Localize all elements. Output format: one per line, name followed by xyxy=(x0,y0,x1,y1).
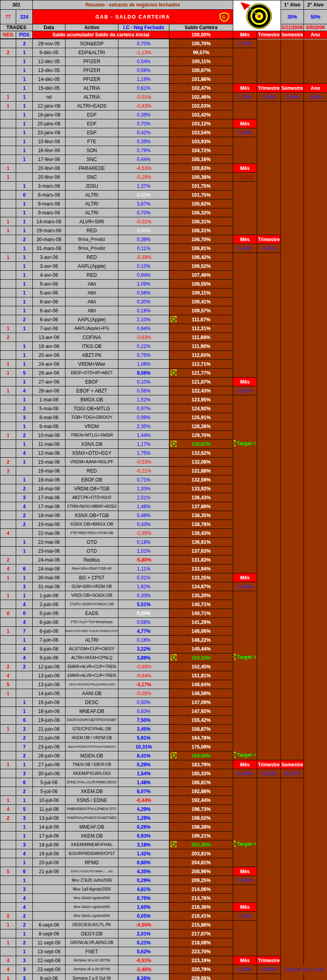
period-area-cell[interactable] xyxy=(281,609,304,618)
pos-count-cell[interactable]: 1 xyxy=(16,351,33,360)
neg-count-cell[interactable] xyxy=(0,440,16,449)
pos-count-cell[interactable]: 3 xyxy=(16,725,33,734)
pos-count-cell[interactable]: 1 xyxy=(16,760,33,769)
date-cell[interactable]: 5-avr-06 xyxy=(33,280,65,288)
neg-count-cell[interactable] xyxy=(0,199,16,208)
period-area-cell[interactable] xyxy=(304,413,327,422)
period-area-cell[interactable] xyxy=(257,876,281,885)
period-area-cell[interactable] xyxy=(304,75,327,84)
period-area-cell[interactable] xyxy=(304,591,327,600)
period-area-cell[interactable] xyxy=(281,885,304,894)
period-area-cell[interactable] xyxy=(281,369,304,378)
period-area-cell[interactable] xyxy=(233,938,257,947)
saldo-value-cell[interactable]: 223,19% xyxy=(169,956,233,965)
period-area-cell[interactable] xyxy=(304,805,327,814)
date-cell[interactable]: 31-mars-06 xyxy=(33,244,65,253)
ic-value-cell[interactable]: 1,17% xyxy=(118,440,169,449)
neg-count-cell[interactable] xyxy=(0,288,16,297)
date-cell[interactable]: 14-déc-05 xyxy=(33,75,65,84)
saldo-value-cell[interactable]: 140,71% xyxy=(169,600,233,609)
period-area-cell[interactable] xyxy=(304,814,327,823)
date-cell[interactable]: 12-mai-06 xyxy=(33,449,65,458)
period-value-cell[interactable]: 78,52% xyxy=(257,769,281,778)
neg-count-cell[interactable]: 1 xyxy=(0,627,16,636)
saldo-value-cell[interactable]: 105,62% xyxy=(169,199,233,208)
ic-value-cell[interactable]: 5,51% xyxy=(118,600,169,609)
column-header-data[interactable]: Data xyxy=(33,24,65,31)
ic-value-cell[interactable]: 1,60% xyxy=(118,903,169,912)
period-area-cell[interactable] xyxy=(257,137,281,146)
period-area-cell[interactable] xyxy=(233,182,257,191)
activo-cell[interactable]: GTE/CPST/FHAL.OB xyxy=(65,725,118,734)
ic-value-cell[interactable]: 6,07% xyxy=(118,787,169,796)
period-area-cell[interactable] xyxy=(281,288,304,297)
period-area-cell[interactable] xyxy=(281,333,304,342)
ic-value-cell[interactable]: -2,35% xyxy=(118,529,169,538)
period-area-cell[interactable] xyxy=(233,271,257,280)
period-area-cell[interactable] xyxy=(304,502,327,511)
period-area-cell[interactable] xyxy=(257,208,281,217)
period-value-cell[interactable]: 6,43% xyxy=(233,244,257,253)
period-area-cell[interactable] xyxy=(281,395,304,404)
period-value-cell[interactable]: 1,08% xyxy=(233,128,257,137)
period-area-cell[interactable] xyxy=(281,324,304,333)
activo-cell[interactable]: Brisa_Privatiz xyxy=(65,244,118,253)
pos-count-cell[interactable]: 1 xyxy=(16,573,33,582)
period-area-cell[interactable] xyxy=(304,342,327,351)
ic-value-cell[interactable]: 0,56% xyxy=(118,386,169,395)
period-area-cell[interactable] xyxy=(257,226,281,235)
period-area-cell[interactable] xyxy=(304,734,327,742)
period-area-cell[interactable] xyxy=(281,39,304,48)
date-cell[interactable]: 20-avr-06 xyxy=(33,351,65,360)
pos-count-cell[interactable]: 7 xyxy=(16,742,33,751)
period-area-cell[interactable] xyxy=(281,529,304,538)
ic-value-cell[interactable]: 0,00% xyxy=(118,609,169,618)
ic-value-cell[interactable]: 4,29% xyxy=(118,805,169,814)
column-header-trades[interactable]: TRADES xyxy=(0,24,33,31)
column-header-neg[interactable]: NEG xyxy=(0,31,16,39)
ic-value-cell[interactable]: 0,33% xyxy=(118,591,169,600)
period-area-cell[interactable] xyxy=(233,199,257,208)
period-area-cell[interactable] xyxy=(304,422,327,431)
period-area-cell[interactable]: Target = 77% xyxy=(233,751,257,760)
pos-count-cell[interactable]: 5 xyxy=(16,805,33,814)
saldo-value-cell[interactable]: 146,59% xyxy=(169,689,233,698)
neg-count-cell[interactable] xyxy=(0,378,16,386)
date-cell[interactable]: 11-juil-06 xyxy=(33,805,65,814)
date-cell[interactable]: 20-févr-06 xyxy=(33,164,65,173)
period-area-cell[interactable] xyxy=(257,858,281,867)
period-area-cell[interactable] xyxy=(281,938,304,947)
date-cell[interactable]: 1-juin-06 xyxy=(33,591,65,600)
activo-cell[interactable]: ABZT.PK xyxy=(65,351,118,360)
period-area-cell[interactable] xyxy=(233,796,257,805)
period-area-cell[interactable] xyxy=(257,173,281,182)
period-area-cell[interactable] xyxy=(281,217,304,226)
activo-cell[interactable]: Reditus xyxy=(65,556,118,564)
neg-count-cell[interactable] xyxy=(0,75,16,84)
period-area-cell[interactable] xyxy=(304,618,327,627)
ic-value-cell[interactable]: 0,70% xyxy=(118,119,169,128)
pos-count-cell[interactable]: 1 xyxy=(16,698,33,707)
period-area-cell[interactable] xyxy=(281,128,304,137)
neg-count-cell[interactable]: 4 xyxy=(0,671,16,680)
ic-value-cell[interactable]: 0,11% xyxy=(118,244,169,253)
saldo-value-cell[interactable]: 216,41% xyxy=(169,912,233,921)
activo-cell[interactable]: Altri xyxy=(65,306,118,315)
neg-count-cell[interactable]: 5 xyxy=(0,680,16,689)
pos-count-cell[interactable]: 0 xyxy=(16,609,33,618)
saldo-value-cell[interactable]: 214,76% xyxy=(169,894,233,903)
period-area-cell[interactable] xyxy=(257,199,281,208)
ic-value-cell[interactable]: 0,39% xyxy=(118,137,169,146)
activo-cell[interactable]: MGEN.OB xyxy=(65,751,118,760)
period-area-cell[interactable] xyxy=(257,796,281,805)
activo-cell[interactable]: AANI.OB xyxy=(65,689,118,698)
neg-count-cell[interactable]: 1 xyxy=(0,253,16,262)
activo-cell[interactable]: OTD xyxy=(65,538,118,547)
period-header-cell[interactable]: Mês xyxy=(233,164,257,173)
period-area-cell[interactable] xyxy=(257,404,281,413)
period-area-cell[interactable] xyxy=(304,146,327,155)
ic-value-cell[interactable]: 8,41% xyxy=(118,751,169,760)
period-area-cell[interactable] xyxy=(281,814,304,823)
period-area-cell[interactable] xyxy=(304,876,327,885)
period-area-cell[interactable] xyxy=(233,636,257,645)
